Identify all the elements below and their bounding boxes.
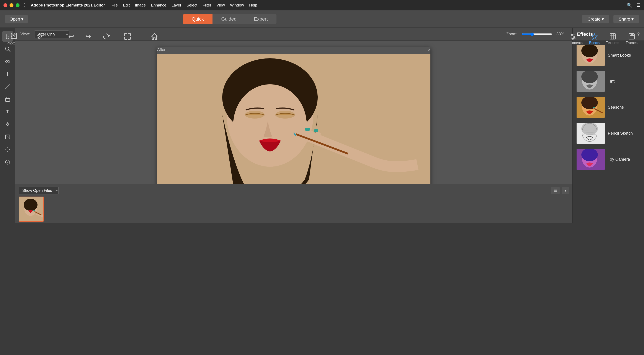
menu-help[interactable]: Help <box>249 3 257 7</box>
svg-point-30 <box>581 45 598 57</box>
smart-fix-tool[interactable] <box>2 94 13 104</box>
menu-layer[interactable]: Layer <box>172 3 181 7</box>
svg-rect-50 <box>124 37 127 39</box>
menu-filter[interactable]: Filter <box>202 3 211 7</box>
photo-bin-icon: 🖼 <box>10 32 18 40</box>
svg-point-55 <box>573 36 575 38</box>
traffic-lights <box>4 3 20 7</box>
search-icon[interactable]: 🔍 <box>627 2 632 8</box>
effect-thumb-tint <box>576 71 605 92</box>
svg-rect-64 <box>630 35 633 38</box>
photo-bin-toolbar: Show Open Files Show All Files ☰ ▾ <box>19 187 569 194</box>
minimize-button[interactable] <box>10 3 14 7</box>
app-name: Adobe Photoshop Elements 2021 Editor <box>31 3 105 7</box>
mode-tabs: Quick Guided Expert <box>183 14 276 24</box>
effect-thumb-smart-looks <box>576 45 605 66</box>
bottom-panel-buttons: Adjustments Effects Textures Frames <box>564 33 638 45</box>
effect-thumb-seasons <box>576 97 605 118</box>
tools-panel: T <box>0 28 15 223</box>
apple-menu[interactable]:  <box>24 2 26 8</box>
textures-icon <box>609 33 616 40</box>
show-open-files-select[interactable]: Show Open Files Show All Files <box>19 187 58 194</box>
effect-item-tint[interactable]: Tint <box>575 69 642 94</box>
tool-options-icon: ⚙ <box>37 32 43 40</box>
svg-line-1 <box>8 50 10 51</box>
svg-point-13 <box>7 162 8 163</box>
menu-enhance[interactable]: Enhance <box>151 3 166 7</box>
svg-rect-63 <box>629 33 634 39</box>
effect-name-smart-looks: Smart Looks <box>608 53 631 58</box>
canvas-toolbar: View: After Only Before Only Before & Af… <box>15 28 572 41</box>
frames-icon <box>628 33 635 40</box>
svg-point-47 <box>581 149 598 161</box>
organizer-icon <box>124 32 132 40</box>
effect-item-pencil-sketch[interactable]: Pencil Sketch <box>575 121 642 146</box>
effects-panel-icon <box>591 33 598 40</box>
menu-view[interactable]: View <box>216 3 225 7</box>
menu-edit[interactable]: Edit <box>123 3 130 7</box>
menu-icon[interactable]: ☰ <box>637 2 640 8</box>
svg-point-36 <box>581 97 598 109</box>
photo-thumbnail-1[interactable] <box>19 197 44 222</box>
move-tool[interactable] <box>2 132 13 142</box>
frames-label: Frames <box>626 41 638 45</box>
whiten-teeth-tool[interactable] <box>2 69 13 79</box>
maximize-button[interactable] <box>16 3 20 7</box>
warp-tool[interactable] <box>2 157 13 167</box>
svg-rect-22 <box>314 129 318 132</box>
open-button[interactable]: Open ▾ <box>5 15 28 23</box>
transform-tool[interactable] <box>2 144 13 155</box>
svg-rect-48 <box>124 33 127 36</box>
canvas-photo <box>157 54 430 184</box>
svg-rect-51 <box>128 37 130 39</box>
straighten-tool[interactable] <box>2 81 13 92</box>
effect-name-tint: Tint <box>608 79 614 84</box>
red-eye-tool[interactable] <box>2 56 13 67</box>
create-button[interactable]: Create ▾ <box>582 15 609 23</box>
menu-image[interactable]: Image <box>135 3 146 7</box>
menu-bar:  Adobe Photoshop Elements 2021 Editor F… <box>0 0 644 10</box>
canvas-container: After × <box>15 41 572 184</box>
redo-icon: ↪ <box>85 32 91 40</box>
svg-rect-49 <box>128 33 130 36</box>
menu-file[interactable]: File <box>112 3 118 7</box>
photo-bin-grid-view[interactable]: ▾ <box>562 187 569 194</box>
share-button[interactable]: Share ▾ <box>614 15 639 23</box>
canvas-area-wrapper: View: After Only Before Only Before & Af… <box>15 28 572 223</box>
zoom-tool[interactable] <box>2 44 13 54</box>
svg-point-17 <box>233 84 307 167</box>
close-button[interactable] <box>4 3 7 7</box>
tab-guided[interactable]: Guided <box>212 14 245 24</box>
menu-window[interactable]: Window <box>230 3 244 7</box>
effect-item-smart-looks[interactable]: Smart Looks <box>575 43 642 68</box>
home-screen-icon <box>150 32 158 40</box>
zoom-slider[interactable] <box>522 32 552 36</box>
healing-tool[interactable] <box>2 119 13 130</box>
photo-bin-list-view[interactable]: ☰ <box>551 187 560 194</box>
effect-item-seasons[interactable]: Seasons <box>575 95 642 120</box>
tab-expert[interactable]: Expert <box>245 14 276 24</box>
svg-point-25 <box>24 199 38 211</box>
svg-point-41 <box>581 123 598 135</box>
crop-tool[interactable]: T <box>2 107 13 117</box>
frames-panel-button[interactable]: Frames <box>626 33 638 45</box>
effects-panel-button[interactable]: Effects <box>589 33 600 45</box>
rotate-icon <box>102 32 110 40</box>
adjustments-icon <box>570 33 577 40</box>
canvas-window: After × <box>157 47 430 184</box>
photo-bin-thumbnails <box>19 197 569 222</box>
svg-rect-38 <box>593 107 595 108</box>
effect-thumb-toy-camera <box>576 149 605 170</box>
undo-icon: ↩ <box>68 32 74 40</box>
svg-rect-21 <box>305 128 310 131</box>
effects-panel: Effects ☁ ? Smart Looks <box>572 28 644 223</box>
canvas-close-button[interactable]: × <box>428 47 430 52</box>
effect-name-seasons: Seasons <box>608 105 624 110</box>
effects-list: Smart Looks Tint <box>573 41 644 223</box>
svg-rect-58 <box>610 33 616 39</box>
svg-point-57 <box>572 38 574 40</box>
tab-quick[interactable]: Quick <box>183 14 212 24</box>
textures-panel-button[interactable]: Textures <box>606 33 619 45</box>
effect-item-toy-camera[interactable]: Toy Camera <box>575 147 642 172</box>
menu-select[interactable]: Select <box>186 3 197 7</box>
